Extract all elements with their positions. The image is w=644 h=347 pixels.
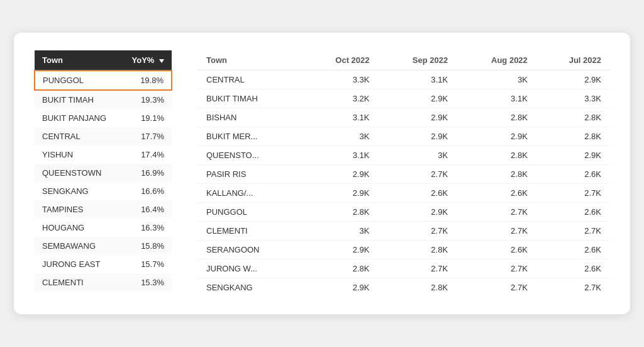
- right-sep-cell: 2.6K: [379, 184, 457, 203]
- left-table-row[interactable]: SENGKANG 16.6%: [35, 182, 172, 200]
- left-table-row[interactable]: CENTRAL 17.7%: [35, 127, 172, 145]
- left-table-row[interactable]: JURONG EAST 15.7%: [35, 255, 172, 273]
- left-table-row[interactable]: YISHUN 17.4%: [35, 145, 172, 164]
- right-aug-cell: 2.7K: [457, 222, 536, 241]
- left-town-cell: CENTRAL: [35, 127, 120, 145]
- right-jul-cell: 2.7K: [536, 184, 610, 203]
- left-yoy-cell: 16.9%: [120, 164, 172, 182]
- left-yoy-cell: 16.4%: [120, 200, 172, 219]
- right-sep-cell: 3K: [379, 146, 457, 165]
- right-aug-cell: 2.8K: [457, 146, 536, 165]
- right-oct-cell: 3.1K: [302, 146, 378, 165]
- right-aug-cell: 2.8K: [457, 165, 536, 184]
- right-sep-cell: 2.8K: [379, 241, 457, 259]
- right-jul-cell: 2.8K: [536, 108, 610, 127]
- right-town-cell: CLEMENTI: [197, 222, 302, 241]
- left-table-row[interactable]: QUEENSTOWN 16.9%: [35, 164, 172, 182]
- left-table-row[interactable]: CLEMENTI 15.3%: [35, 273, 172, 292]
- right-sep-cell: 2.8K: [379, 278, 457, 297]
- right-town-cell: BUKIT MER...: [197, 127, 302, 146]
- right-oct-cell: 3.1K: [302, 108, 378, 127]
- right-jul-cell: 2.8K: [536, 127, 610, 146]
- left-yoy-cell: 17.4%: [120, 145, 172, 164]
- left-table: Town YoY% PUNGGOL 19.8% BUKIT TIMAH 19.3…: [34, 50, 172, 292]
- left-yoy-cell: 19.8%: [120, 71, 172, 90]
- right-table-row: JURONG W... 2.8K 2.7K 2.7K 2.6K: [197, 259, 610, 278]
- right-aug-cell: 2.7K: [457, 259, 536, 278]
- main-card: Town YoY% PUNGGOL 19.8% BUKIT TIMAH 19.3…: [14, 33, 630, 314]
- right-sep-cell: 2.9K: [379, 127, 457, 146]
- left-table-row[interactable]: HOUGANG 16.3%: [35, 219, 172, 237]
- right-table-row: SERANGOON 2.9K 2.8K 2.6K 2.6K: [197, 241, 610, 259]
- right-oct-cell: 2.9K: [302, 165, 378, 184]
- right-col-1: Oct 2022: [302, 50, 378, 71]
- left-yoy-cell: 19.1%: [120, 109, 172, 127]
- right-aug-cell: 2.6K: [457, 184, 536, 203]
- sort-icon: [159, 59, 164, 63]
- right-oct-cell: 2.9K: [302, 241, 378, 259]
- right-jul-cell: 2.6K: [536, 203, 610, 222]
- right-oct-cell: 2.8K: [302, 203, 378, 222]
- right-table-row: BUKIT MER... 3K 2.9K 2.9K 2.8K: [197, 127, 610, 146]
- right-oct-cell: 2.9K: [302, 278, 378, 297]
- right-table-row: SENGKANG 2.9K 2.8K 2.7K 2.7K: [197, 278, 610, 297]
- right-sep-cell: 2.9K: [379, 89, 457, 108]
- left-yoy-cell: 19.3%: [120, 90, 172, 109]
- right-panel: TownOct 2022Sep 2022Aug 2022Jul 2022 CEN…: [197, 50, 610, 297]
- right-table: TownOct 2022Sep 2022Aug 2022Jul 2022 CEN…: [197, 50, 610, 297]
- right-table-row: CENTRAL 3.3K 3.1K 3K 2.9K: [197, 71, 610, 89]
- right-town-cell: CENTRAL: [197, 71, 302, 89]
- right-sep-cell: 2.7K: [379, 259, 457, 278]
- right-aug-cell: 2.7K: [457, 203, 536, 222]
- left-col-yoy[interactable]: YoY%: [120, 50, 172, 71]
- left-table-row[interactable]: SEMBAWANG 15.8%: [35, 237, 172, 255]
- right-jul-cell: 2.7K: [536, 222, 610, 241]
- left-table-row[interactable]: PUNGGOL 19.8%: [35, 71, 172, 90]
- right-aug-cell: 3K: [457, 71, 536, 89]
- right-table-row: BISHAN 3.1K 2.9K 2.8K 2.8K: [197, 108, 610, 127]
- right-table-row: PASIR RIS 2.9K 2.7K 2.8K 2.6K: [197, 165, 610, 184]
- right-oct-cell: 3K: [302, 127, 378, 146]
- right-town-cell: JURONG W...: [197, 259, 302, 278]
- right-town-cell: BISHAN: [197, 108, 302, 127]
- left-yoy-cell: 16.6%: [120, 182, 172, 200]
- left-town-cell: JURONG EAST: [35, 255, 120, 273]
- right-oct-cell: 2.9K: [302, 184, 378, 203]
- right-town-cell: SERANGOON: [197, 241, 302, 259]
- right-jul-cell: 2.7K: [536, 278, 610, 297]
- right-aug-cell: 2.6K: [457, 241, 536, 259]
- left-table-row[interactable]: BUKIT PANJANG 19.1%: [35, 109, 172, 127]
- right-oct-cell: 3K: [302, 222, 378, 241]
- right-col-0: Town: [197, 50, 302, 71]
- left-town-cell: SEMBAWANG: [35, 237, 120, 255]
- left-town-cell: YISHUN: [35, 145, 120, 164]
- left-yoy-cell: 15.8%: [120, 237, 172, 255]
- right-sep-cell: 2.7K: [379, 165, 457, 184]
- right-table-row: CLEMENTI 3K 2.7K 2.7K 2.7K: [197, 222, 610, 241]
- right-jul-cell: 2.6K: [536, 165, 610, 184]
- left-town-cell: CLEMENTI: [35, 273, 120, 292]
- left-town-cell: BUKIT PANJANG: [35, 109, 120, 127]
- right-table-row: PUNGGOL 2.8K 2.9K 2.7K 2.6K: [197, 203, 610, 222]
- right-table-row: BUKIT TIMAH 3.2K 2.9K 3.1K 3.3K: [197, 89, 610, 108]
- left-panel: Town YoY% PUNGGOL 19.8% BUKIT TIMAH 19.3…: [34, 50, 172, 297]
- left-table-row[interactable]: TAMPINES 16.4%: [35, 200, 172, 219]
- right-sep-cell: 2.9K: [379, 108, 457, 127]
- right-town-cell: SENGKANG: [197, 278, 302, 297]
- left-town-cell: TAMPINES: [35, 200, 120, 219]
- right-town-cell: PUNGGOL: [197, 203, 302, 222]
- right-sep-cell: 2.7K: [379, 222, 457, 241]
- right-town-cell: PASIR RIS: [197, 165, 302, 184]
- right-town-cell: BUKIT TIMAH: [197, 89, 302, 108]
- left-table-row[interactable]: BUKIT TIMAH 19.3%: [35, 90, 172, 109]
- right-sep-cell: 3.1K: [379, 71, 457, 89]
- right-aug-cell: 2.7K: [457, 278, 536, 297]
- right-oct-cell: 2.8K: [302, 259, 378, 278]
- right-town-cell: QUEENSTO...: [197, 146, 302, 165]
- left-town-cell: BUKIT TIMAH: [35, 90, 120, 109]
- left-town-cell: HOUGANG: [35, 219, 120, 237]
- right-col-2: Sep 2022: [379, 50, 457, 71]
- right-aug-cell: 2.8K: [457, 108, 536, 127]
- right-jul-cell: 2.9K: [536, 71, 610, 89]
- right-oct-cell: 3.3K: [302, 71, 378, 89]
